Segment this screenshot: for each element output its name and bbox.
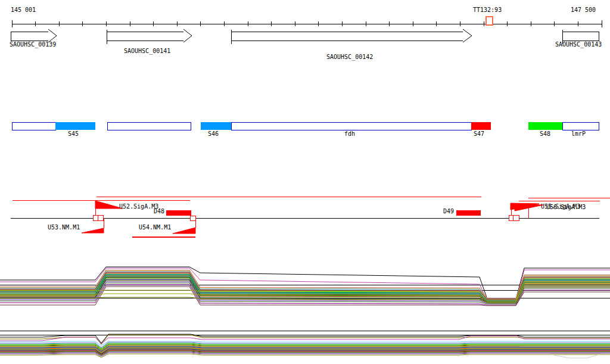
terminator-marker[interactable] — [486, 17, 493, 25]
gene-label-SAOUHSC_00141: SAOUHSC_00141 — [124, 48, 170, 55]
ruler-end-label: 147 500 — [571, 7, 596, 13]
feature-label-U56.SigA.M3: U56.SigA.M3 — [546, 204, 586, 210]
segment-label-S48: S48 — [540, 130, 550, 137]
segment-label-fdh: fdh — [344, 130, 355, 137]
u56-wedge[interactable] — [515, 204, 543, 211]
d48-bar[interactable] — [166, 210, 191, 216]
segment-mid[interactable] — [107, 122, 191, 130]
terminator-marker-label: TT132:93 — [473, 7, 502, 13]
feature-label-U54.NM.M1: U54.NM.M1 — [139, 224, 171, 231]
segment-s45-left[interactable] — [12, 122, 55, 130]
segment-s47[interactable] — [471, 122, 491, 130]
segment-s46[interactable] — [201, 122, 231, 130]
segment-label-S45: S45 — [68, 130, 79, 137]
gene-arrowhead-SAOUHSC_00141[interactable] — [183, 29, 192, 42]
feature-label-D49: D49 — [443, 208, 454, 214]
feature-anchor-square[interactable] — [98, 215, 103, 220]
gene-arrowhead-SAOUHSC_00139[interactable] — [48, 29, 57, 42]
feature-anchor-square[interactable] — [513, 215, 519, 220]
gene-box-SAOUHSC_00143[interactable] — [562, 32, 599, 41]
ruler-start-label: 145 001 — [11, 7, 36, 13]
segment-lmrp[interactable] — [562, 122, 599, 130]
feature-label-U52.SigA.M3: U52.SigA.M3 — [119, 203, 158, 210]
u53-wedge[interactable] — [82, 228, 104, 233]
genome-browser-canvas: 145 001147 500TT132:93SAOUHSC_00139SAOUH… — [0, 0, 610, 364]
segment-label-lmrP: lmrP — [571, 130, 586, 137]
segment-s48[interactable] — [528, 122, 562, 130]
segment-label-S47: S47 — [474, 130, 484, 137]
segment-label-S46: S46 — [208, 130, 219, 137]
feature-label-D48: D48 — [154, 208, 164, 214]
gene-label-SAOUHSC_00142: SAOUHSC_00142 — [326, 54, 373, 61]
d49-bar[interactable] — [456, 210, 481, 216]
feature-label-U53.NM.M1: U53.NM.M1 — [48, 224, 80, 231]
gene-body-SAOUHSC_00142[interactable] — [231, 32, 463, 41]
gene-body-SAOUHSC_00139[interactable] — [11, 32, 48, 41]
gene-label-SAOUHSC_00143: SAOUHSC_00143 — [555, 41, 602, 48]
u54-wedge[interactable] — [173, 228, 195, 234]
gene-body-SAOUHSC_00141[interactable] — [107, 32, 183, 41]
gene-arrowhead-SAOUHSC_00142[interactable] — [463, 29, 472, 42]
segment-fdh[interactable] — [231, 122, 471, 130]
genome-browser-view: 145 001147 500TT132:93SAOUHSC_00139SAOUH… — [0, 0, 610, 364]
gene-label-SAOUHSC_00139: SAOUHSC_00139 — [10, 41, 56, 48]
feature-anchor-square[interactable] — [190, 216, 195, 220]
segment-s45[interactable] — [55, 122, 95, 130]
